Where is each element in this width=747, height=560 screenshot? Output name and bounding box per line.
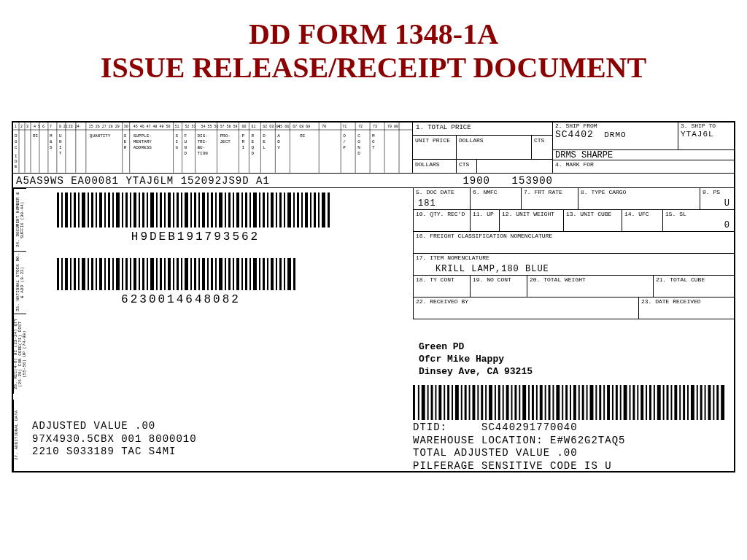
svg-rect-161 (279, 192, 282, 228)
title-line1: DD FORM 1348-1A (0, 18, 747, 51)
svg-rect-227 (287, 258, 291, 290)
svg-text:N: N (357, 145, 360, 150)
svg-text:57 58 59: 57 58 59 (220, 125, 237, 128)
svg-rect-160 (276, 192, 277, 228)
svg-text:79 80: 79 80 (387, 125, 398, 128)
svg-text:D: D (357, 151, 360, 156)
cell-ufc: 14. UFC (622, 210, 663, 231)
svg-text:Q: Q (251, 145, 254, 150)
svg-text:45 46 47 48 49 50: 45 46 47 48 49 50 (133, 125, 171, 128)
svg-rect-256 (528, 385, 530, 420)
side-label-26: 26. RIC(4-6) UI (23-24) QTY (25-29) CON … (13, 314, 26, 394)
svg-rect-228 (293, 258, 295, 290)
svg-rect-205 (194, 258, 196, 290)
ship-from-label: 2. SHIP FROM (555, 122, 597, 129)
right-table: 5. DOC DATE181 6. NMFC 7. FRT RATE 8. TY… (413, 188, 734, 319)
svg-rect-245 (481, 385, 483, 420)
svg-text:D: D (185, 151, 187, 156)
svg-rect-193 (142, 258, 144, 290)
svg-rect-113 (74, 192, 76, 228)
svg-rect-242 (469, 385, 471, 420)
svg-rect-243 (472, 385, 475, 420)
svg-rect-119 (99, 192, 102, 228)
cell-unit-weight: 12. UNIT WEIGHT (500, 210, 564, 231)
svg-rect-145 (211, 192, 213, 228)
svg-text:ADDRESS: ADDRESS (133, 145, 152, 150)
svg-text:I: I (176, 139, 179, 144)
data-line-q2: 153900 (498, 175, 556, 187)
svg-rect-150 (233, 192, 234, 228)
svg-rect-276 (612, 385, 614, 420)
svg-rect-175 (65, 258, 68, 290)
svg-rect-186 (112, 258, 114, 290)
svg-text:JECT: JECT (220, 139, 231, 144)
svg-rect-183 (99, 258, 102, 290)
svg-rect-292 (679, 385, 681, 420)
svg-rect-194 (147, 258, 148, 290)
svg-rect-216 (241, 258, 243, 290)
svg-rect-253 (514, 385, 516, 420)
svg-rect-244 (477, 385, 479, 420)
svg-rect-127 (133, 192, 136, 228)
svg-rect-190 (130, 258, 131, 290)
svg-text:I: I (59, 145, 62, 150)
svg-rect-139 (185, 192, 188, 228)
svg-rect-260 (545, 385, 546, 420)
svg-rect-219 (253, 258, 257, 290)
svg-text:23 24: 23 24 (69, 125, 80, 128)
svg-text:C: C (357, 133, 360, 139)
svg-rect-148 (225, 192, 226, 228)
svg-text:52 53: 52 53 (185, 125, 196, 128)
svg-text:F: F (185, 133, 187, 139)
svg-rect-203 (185, 258, 188, 290)
svg-rect-259 (540, 385, 543, 420)
dollars-label: DOLLARS (457, 136, 532, 159)
dtid-label: DTID: (413, 421, 447, 433)
svg-rect-189 (125, 258, 128, 290)
svg-text:T: T (372, 145, 375, 150)
svg-rect-224 (276, 258, 277, 290)
svg-text:D: D (263, 133, 266, 139)
svg-rect-162 (284, 192, 285, 228)
page-title: DD FORM 1348-1A ISSUE RELEASE/RECEIPT DO… (0, 0, 747, 92)
svg-text:C: C (15, 145, 18, 150)
svg-rect-182 (96, 258, 97, 290)
title-line2: ISSUE RELEASE/RECEIPT DOCUMENT (0, 51, 747, 85)
svg-text:/: / (343, 139, 346, 144)
svg-rect-209 (211, 258, 213, 290)
svg-text:R: R (251, 133, 254, 139)
svg-rect-277 (616, 385, 618, 420)
svg-rect-141 (194, 192, 196, 228)
svg-rect-302 (721, 385, 724, 420)
svg-rect-255 (522, 385, 526, 420)
svg-text:RI: RI (300, 133, 305, 139)
svg-text:3: 3 (26, 125, 28, 128)
svg-rect-300 (713, 385, 714, 420)
svg-rect-178 (78, 258, 80, 290)
svg-rect-257 (532, 385, 534, 420)
svg-rect-180 (88, 258, 89, 290)
cell-item-nomenclature: 17. ITEM NOMENCLATURE KRILL LAMP,180 BLU… (414, 254, 734, 275)
svg-rect-230 (418, 385, 419, 420)
barcode-1-text: H9DEB191793562 (57, 230, 334, 244)
svg-rect-231 (422, 385, 425, 420)
svg-text:D: D (277, 139, 280, 144)
svg-rect-238 (452, 385, 453, 420)
svg-text:S: S (176, 133, 179, 139)
svg-rect-184 (104, 258, 106, 290)
svg-rect-192 (139, 258, 140, 290)
svg-rect-250 (503, 385, 504, 420)
svg-rect-267 (573, 385, 576, 420)
addr-line2: Ofcr Mike Happy (419, 354, 533, 366)
svg-rect-295 (691, 385, 694, 420)
svg-rect-170 (318, 192, 320, 228)
svg-rect-273 (599, 385, 601, 420)
cell-qty-recd: 10. QTY. REC'D (414, 210, 471, 231)
svg-rect-140 (190, 192, 192, 228)
svg-text:M: M (372, 133, 375, 139)
svg-rect-109 (57, 192, 59, 228)
svg-rect-146 (215, 192, 217, 228)
svg-text:P: P (241, 133, 244, 139)
svg-rect-278 (620, 385, 622, 420)
svg-rect-120 (104, 192, 106, 228)
